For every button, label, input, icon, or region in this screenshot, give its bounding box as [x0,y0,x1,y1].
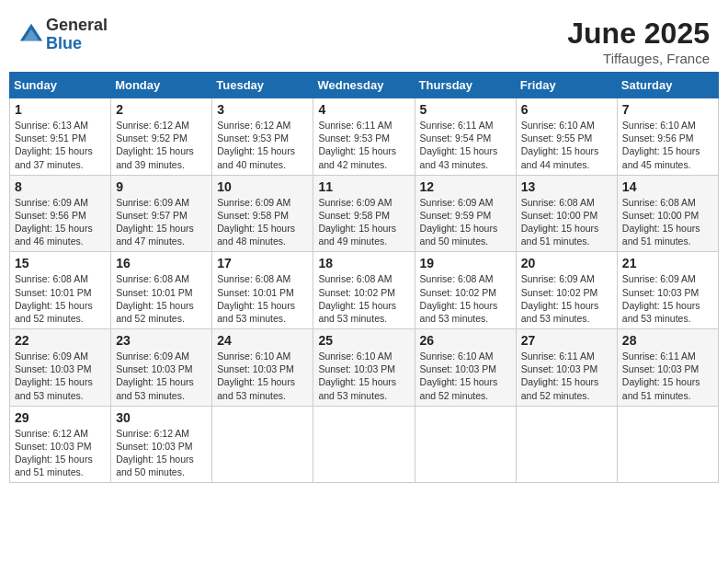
table-row: 9 Sunrise: 6:09 AMSunset: 9:57 PMDayligh… [111,175,212,252]
day-number: 1 [15,102,106,117]
day-number: 12 [420,179,511,194]
day-info: Sunrise: 6:12 AMSunset: 10:03 PMDaylight… [116,428,194,478]
table-row: 22 Sunrise: 6:09 AMSunset: 10:03 PMDayli… [10,329,111,407]
table-row: 6 Sunrise: 6:10 AMSunset: 9:55 PMDayligh… [516,98,617,176]
day-number: 26 [420,333,511,348]
day-number: 22 [15,333,106,348]
day-number: 10 [217,179,308,194]
table-row: 1 Sunrise: 6:13 AMSunset: 9:51 PMDayligh… [10,98,111,176]
calendar-week-row: 15 Sunrise: 6:08 AMSunset: 10:01 PMDayli… [10,252,719,329]
table-row: 14 Sunrise: 6:08 AMSunset: 10:00 PMDayli… [617,175,718,252]
table-row: 3 Sunrise: 6:12 AMSunset: 9:53 PMDayligh… [212,98,313,176]
day-info: Sunrise: 6:09 AMSunset: 9:57 PMDaylight:… [116,197,194,247]
day-info: Sunrise: 6:10 AMSunset: 10:03 PMDaylight… [318,350,396,401]
table-row: 2 Sunrise: 6:12 AMSunset: 9:52 PMDayligh… [111,98,212,176]
col-thursday: Thursday [415,73,516,98]
day-number: 4 [318,102,409,117]
day-info: Sunrise: 6:12 AMSunset: 9:53 PMDaylight:… [217,120,295,170]
table-row: 17 Sunrise: 6:08 AMSunset: 10:01 PMDayli… [212,252,313,329]
day-number: 6 [521,102,612,117]
logo-general: General [46,17,108,35]
table-row: 15 Sunrise: 6:08 AMSunset: 10:01 PMDayli… [10,252,111,329]
day-info: Sunrise: 6:09 AMSunset: 9:59 PMDaylight:… [420,197,498,247]
day-number: 7 [622,102,713,117]
day-info: Sunrise: 6:11 AMSunset: 9:54 PMDaylight:… [420,120,498,170]
table-row [313,406,415,483]
day-info: Sunrise: 6:09 AMSunset: 9:58 PMDaylight:… [318,197,396,247]
day-number: 9 [116,179,207,194]
table-row: 28 Sunrise: 6:11 AMSunset: 10:03 PMDayli… [617,329,718,407]
day-info: Sunrise: 6:12 AMSunset: 10:03 PMDaylight… [15,428,93,478]
day-info: Sunrise: 6:13 AMSunset: 9:51 PMDaylight:… [15,120,93,170]
col-wednesday: Wednesday [313,73,415,98]
table-row: 27 Sunrise: 6:11 AMSunset: 10:03 PMDayli… [516,329,617,407]
logo: General Blue [18,17,108,53]
col-sunday: Sunday [10,73,111,98]
logo-icon [18,22,44,48]
table-row: 5 Sunrise: 6:11 AMSunset: 9:54 PMDayligh… [415,98,516,176]
day-info: Sunrise: 6:10 AMSunset: 9:55 PMDaylight:… [521,120,599,170]
day-number: 8 [15,179,106,194]
day-number: 28 [622,333,713,348]
col-saturday: Saturday [617,73,718,98]
day-number: 3 [217,102,308,117]
table-row: 11 Sunrise: 6:09 AMSunset: 9:58 PMDaylig… [313,175,415,252]
day-info: Sunrise: 6:11 AMSunset: 10:03 PMDaylight… [521,350,599,401]
table-row: 12 Sunrise: 6:09 AMSunset: 9:59 PMDaylig… [415,175,516,252]
table-row: 16 Sunrise: 6:08 AMSunset: 10:01 PMDayli… [111,252,212,329]
title-area: June 2025 Tiffauges, France [567,17,710,66]
calendar-week-row: 22 Sunrise: 6:09 AMSunset: 10:03 PMDayli… [10,329,719,407]
col-tuesday: Tuesday [212,73,313,98]
location-title: Tiffauges, France [567,51,710,66]
day-number: 30 [116,410,207,425]
day-number: 5 [420,102,511,117]
day-info: Sunrise: 6:08 AMSunset: 10:00 PMDaylight… [521,197,599,247]
calendar-header-row: Sunday Monday Tuesday Wednesday Thursday… [10,73,719,98]
table-row: 4 Sunrise: 6:11 AMSunset: 9:53 PMDayligh… [313,98,415,176]
day-number: 20 [521,256,612,270]
day-info: Sunrise: 6:08 AMSunset: 10:02 PMDaylight… [420,273,498,324]
day-number: 18 [318,256,409,270]
table-row: 7 Sunrise: 6:10 AMSunset: 9:56 PMDayligh… [617,98,718,176]
table-row: 29 Sunrise: 6:12 AMSunset: 10:03 PMDayli… [10,406,111,483]
day-info: Sunrise: 6:09 AMSunset: 9:56 PMDaylight:… [15,197,93,247]
table-row: 18 Sunrise: 6:08 AMSunset: 10:02 PMDayli… [313,252,415,329]
day-number: 21 [622,256,713,270]
table-row [415,406,516,483]
day-info: Sunrise: 6:10 AMSunset: 10:03 PMDaylight… [420,350,498,401]
day-info: Sunrise: 6:08 AMSunset: 10:01 PMDaylight… [15,273,93,324]
table-row: 19 Sunrise: 6:08 AMSunset: 10:02 PMDayli… [415,252,516,329]
table-row [212,406,313,483]
page-header: General Blue June 2025 Tiffauges, France [9,9,719,72]
day-number: 14 [622,179,713,194]
table-row: 20 Sunrise: 6:09 AMSunset: 10:02 PMDayli… [516,252,617,329]
day-info: Sunrise: 6:12 AMSunset: 9:52 PMDaylight:… [116,120,194,170]
day-info: Sunrise: 6:09 AMSunset: 10:03 PMDaylight… [15,350,93,401]
logo-blue: Blue [46,35,108,53]
day-info: Sunrise: 6:11 AMSunset: 10:03 PMDaylight… [622,350,700,401]
day-number: 11 [318,179,409,194]
day-info: Sunrise: 6:08 AMSunset: 10:02 PMDaylight… [318,273,396,324]
calendar-week-row: 1 Sunrise: 6:13 AMSunset: 9:51 PMDayligh… [10,98,719,176]
table-row: 13 Sunrise: 6:08 AMSunset: 10:00 PMDayli… [516,175,617,252]
table-row [516,406,617,483]
day-number: 27 [521,333,612,348]
table-row: 26 Sunrise: 6:10 AMSunset: 10:03 PMDayli… [415,329,516,407]
day-number: 13 [521,179,612,194]
day-info: Sunrise: 6:11 AMSunset: 9:53 PMDaylight:… [318,120,396,170]
table-row: 23 Sunrise: 6:09 AMSunset: 10:03 PMDayli… [111,329,212,407]
day-info: Sunrise: 6:09 AMSunset: 10:03 PMDaylight… [116,350,194,401]
table-row: 24 Sunrise: 6:10 AMSunset: 10:03 PMDayli… [212,329,313,407]
day-info: Sunrise: 6:09 AMSunset: 9:58 PMDaylight:… [217,197,295,247]
day-number: 15 [15,256,106,270]
day-info: Sunrise: 6:09 AMSunset: 10:02 PMDaylight… [521,273,599,324]
table-row [617,406,718,483]
col-monday: Monday [111,73,212,98]
calendar-table: Sunday Monday Tuesday Wednesday Thursday… [9,72,719,483]
calendar-week-row: 8 Sunrise: 6:09 AMSunset: 9:56 PMDayligh… [10,175,719,252]
table-row: 21 Sunrise: 6:09 AMSunset: 10:03 PMDayli… [617,252,718,329]
day-number: 17 [217,256,308,270]
day-number: 19 [420,256,511,270]
day-info: Sunrise: 6:08 AMSunset: 10:01 PMDaylight… [217,273,295,324]
month-title: June 2025 [567,17,710,51]
